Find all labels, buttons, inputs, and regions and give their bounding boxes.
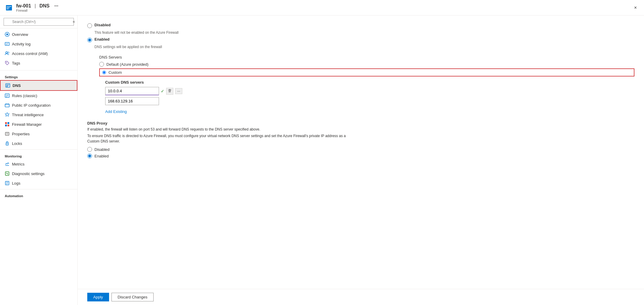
dns-proxy-desc1: If enabled, the firewall will listen on …	[87, 127, 356, 132]
header: fw-001 | DNS ··· Firewall ×	[0, 0, 644, 16]
add-existing-link[interactable]: Add Existing	[105, 109, 127, 114]
locks-icon	[5, 141, 10, 146]
dns-server1-input[interactable]	[105, 87, 159, 95]
footer: Apply Discard Changes	[78, 289, 644, 305]
svg-line-36	[7, 173, 7, 174]
dns-server2-input[interactable]	[105, 97, 159, 105]
overview-icon	[5, 32, 10, 37]
header-subtitle: Firewall	[16, 9, 58, 12]
properties-icon	[5, 131, 10, 136]
delete-server1-button[interactable]	[166, 88, 173, 95]
dns-icon	[5, 83, 10, 88]
proxy-disabled-label[interactable]: Disabled	[94, 147, 110, 152]
svg-rect-24	[5, 122, 7, 124]
enabled-desc: DNS settings will be applied on the fire…	[94, 45, 634, 49]
disabled-label[interactable]: Disabled	[94, 23, 111, 27]
sidebar-item-firewall-manager[interactable]: Firewall Manager	[0, 119, 77, 129]
svg-rect-25	[7, 122, 9, 124]
monitoring-section-header: Monitoring	[0, 151, 77, 159]
nav-divider-3	[0, 189, 77, 189]
svg-point-5	[6, 33, 8, 35]
sidebar-item-label-tags: Tags	[12, 61, 20, 65]
search-box: 🔍	[0, 16, 77, 28]
svg-point-11	[6, 62, 7, 63]
dns-server-radio-group: Default (Azure provided) Custom	[99, 62, 634, 76]
sidebar-item-rules[interactable]: Rules (classic)	[0, 91, 77, 100]
sidebar-item-overview[interactable]: Overview	[0, 30, 77, 39]
disabled-desc: This feature will not be enabled on the …	[94, 30, 634, 35]
svg-rect-20	[5, 104, 9, 107]
svg-rect-1	[7, 6, 11, 7]
sidebar-item-label-access: Access control (IAM)	[12, 51, 48, 56]
search-input[interactable]	[4, 18, 74, 26]
resource-icon	[5, 4, 13, 12]
proxy-disabled-row: Disabled	[87, 147, 634, 152]
apply-button[interactable]: Apply	[87, 293, 109, 301]
settings-section-header: Settings	[0, 72, 77, 80]
header-title-group: fw-001 | DNS ··· Firewall	[16, 3, 58, 12]
sidebar-item-label-overview: Overview	[12, 32, 28, 37]
default-radio-label[interactable]: Default (Azure provided)	[106, 62, 149, 67]
dns-servers-section: DNS Servers Default (Azure provided) Cus…	[99, 55, 634, 114]
nav-divider-2	[0, 149, 77, 150]
svg-rect-13	[6, 85, 9, 85]
header-ellipsis[interactable]: ···	[54, 3, 58, 9]
sidebar-item-properties[interactable]: Properties	[0, 129, 77, 139]
discard-button[interactable]: Discard Changes	[111, 293, 154, 301]
tags-icon	[5, 61, 10, 65]
custom-radio-label[interactable]: Custom	[108, 70, 122, 75]
dns-mode-group: Disabled This feature will not be enable…	[87, 23, 634, 49]
sidebar-item-label-metrics: Metrics	[12, 162, 25, 166]
dns-default-radio[interactable]	[99, 62, 104, 67]
close-button[interactable]: ×	[632, 4, 639, 12]
sidebar-item-dns[interactable]: DNS	[0, 80, 77, 91]
sidebar-item-label-firewall-mgr: Firewall Manager	[12, 122, 42, 127]
proxy-disabled-radio[interactable]	[87, 147, 92, 152]
sidebar-collapse-button[interactable]: «	[70, 18, 77, 25]
dns-servers-label: DNS Servers	[99, 55, 634, 59]
nav-main-section: Overview Activity log Access control (IA…	[0, 28, 77, 69]
metrics-icon	[5, 162, 10, 166]
sidebar-item-label-diagnostic: Diagnostic settings	[12, 171, 45, 176]
sidebar-item-logs[interactable]: Logs	[0, 178, 77, 188]
disabled-option: Disabled	[87, 23, 634, 28]
logs-icon	[5, 181, 10, 186]
dns-disabled-radio[interactable]	[87, 23, 92, 28]
public-ip-icon	[5, 103, 10, 108]
sidebar-item-tags[interactable]: Tags	[0, 58, 77, 68]
sidebar-item-public-ip[interactable]: Public IP configuration	[0, 100, 77, 110]
dns-proxy-radio-group: Disabled Enabled	[87, 147, 634, 158]
dns-custom-radio[interactable]	[102, 70, 106, 74]
proxy-enabled-radio[interactable]	[87, 154, 92, 158]
svg-rect-3	[7, 9, 9, 9]
sidebar-item-label-locks: Locks	[12, 141, 22, 146]
header-title: fw-001 | DNS ···	[16, 3, 58, 9]
svg-line-37	[7, 174, 8, 174]
svg-point-10	[8, 52, 9, 53]
sidebar-item-activity-log[interactable]: Activity log	[0, 39, 77, 49]
sidebar-item-label-dns: DNS	[13, 83, 21, 88]
sidebar-item-locks[interactable]: Locks	[0, 139, 77, 148]
sidebar-item-label-public-ip: Public IP configuration	[12, 103, 51, 108]
sidebar: « 🔍 Overview Activit	[0, 16, 78, 305]
server1-more-button[interactable]: ···	[175, 88, 182, 94]
svg-rect-15	[6, 86, 8, 87]
automation-section-header: Automation	[0, 191, 77, 199]
sidebar-item-threat-intel[interactable]: Threat intelligence	[0, 110, 77, 119]
sidebar-item-metrics[interactable]: Metrics	[0, 159, 77, 169]
svg-point-9	[6, 52, 7, 53]
sidebar-item-label-activity: Activity log	[12, 42, 30, 46]
sidebar-item-diagnostic[interactable]: Diagnostic settings	[0, 169, 77, 178]
dns-input-row-2	[105, 97, 634, 105]
header-separator: |	[35, 3, 36, 9]
sidebar-item-access-control[interactable]: Access control (IAM)	[0, 49, 77, 58]
dns-input-row-1: ✓ ···	[105, 87, 634, 95]
proxy-enabled-label[interactable]: Enabled	[94, 154, 109, 158]
dns-proxy-title: DNS Proxy	[87, 121, 634, 125]
content-area: Disabled This feature will not be enable…	[78, 16, 644, 305]
sidebar-item-label-threat: Threat intelligence	[12, 113, 44, 117]
enabled-label[interactable]: Enabled	[94, 37, 110, 42]
nav-divider-1	[0, 70, 77, 70]
custom-dns-label: Custom DNS servers	[105, 80, 634, 85]
dns-enabled-radio[interactable]	[87, 38, 92, 42]
